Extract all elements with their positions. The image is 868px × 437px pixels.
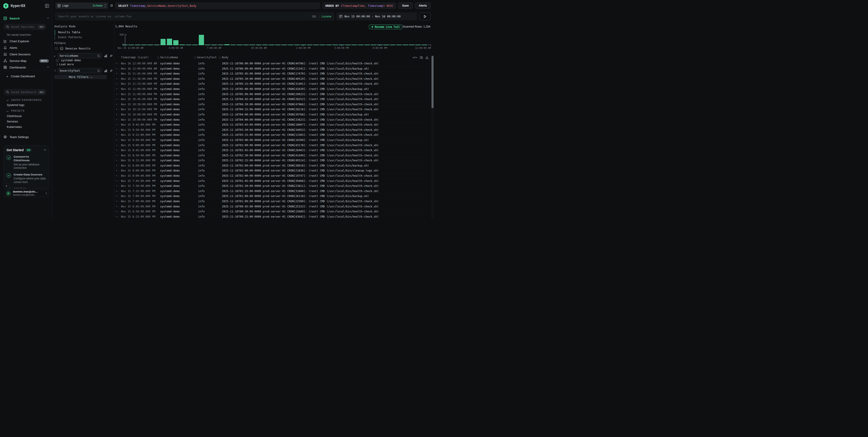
row-expand-icon[interactable]: > <box>116 168 117 173</box>
search-input[interactable]: Search your events w/ Lucene ex. column:… <box>55 12 334 20</box>
table-row[interactable]: > Nov 15 11:15:00.000 PM systemd-demo in… <box>114 81 431 87</box>
alerts-button[interactable]: Alerts <box>415 2 431 9</box>
histogram-bar[interactable] <box>199 35 204 45</box>
facet-chart-icon[interactable] <box>104 69 107 72</box>
table-row[interactable]: > Nov 15 8:15:00.000 PM systemd-demo inf… <box>114 158 431 163</box>
schema-toggle[interactable]: Schema <box>93 4 102 7</box>
table-row[interactable]: > Nov 15 9:15:00.000 PM systemd-demo inf… <box>114 132 431 138</box>
row-expand-icon[interactable]: > <box>116 102 117 107</box>
table-row[interactable]: > Nov 15 7:00:00.000 PM systemd-demo inf… <box>114 194 431 199</box>
row-expand-icon[interactable]: > <box>116 148 117 153</box>
order-by-input[interactable]: ORDER BY (TimestampTime, Timestamp ) DES… <box>322 2 396 9</box>
table-row[interactable]: > Nov 15 10:15:00.000 PM systemd-demo in… <box>114 107 431 112</box>
histogram-bar[interactable] <box>288 45 293 45</box>
row-expand-icon[interactable]: > <box>116 183 117 189</box>
row-expand-icon[interactable]: > <box>116 61 117 66</box>
row-expand-icon[interactable]: > <box>116 163 117 168</box>
histogram-bar[interactable] <box>282 45 287 45</box>
row-expand-icon[interactable]: > <box>116 153 117 158</box>
date-range-picker[interactable]: Nov 15 00:00:00 - Nov 16 00:00:00 <box>337 12 417 20</box>
histogram-bar[interactable] <box>397 45 402 45</box>
row-expand-icon[interactable]: > <box>116 128 117 133</box>
histogram-bar[interactable] <box>180 44 185 45</box>
dashboard-item-systemd-logs[interactable]: Systemd logs <box>7 103 24 107</box>
histogram-bar[interactable] <box>320 45 325 45</box>
sidebar-collapse-icon[interactable] <box>45 4 49 8</box>
histogram-bar[interactable] <box>294 45 300 45</box>
histogram-bar[interactable] <box>148 45 153 45</box>
row-expand-icon[interactable]: > <box>116 143 117 148</box>
denoise-results-row[interactable]: Denoise Results <box>55 47 90 50</box>
row-expand-icon[interactable]: > <box>116 107 117 112</box>
histogram-bar[interactable] <box>383 45 389 45</box>
table-row[interactable]: > Nov 15 6:15:00.000 PM systemd-demo inf… <box>114 214 431 218</box>
histogram-bar[interactable] <box>243 45 249 45</box>
sidebar-item-dashboards[interactable]: Dashboards <box>0 64 52 70</box>
histogram-bar[interactable] <box>167 39 172 45</box>
column-header-body[interactable]: Body <box>222 56 228 59</box>
histogram-bar[interactable] <box>307 45 312 45</box>
histogram-bar[interactable] <box>218 45 223 45</box>
get-started-step[interactable]: Create Data Sources Configure where your… <box>6 173 46 184</box>
histogram-bar[interactable] <box>313 45 319 45</box>
histogram-bar[interactable] <box>129 45 134 45</box>
create-dashboard-button[interactable]: + Create Dashboard <box>0 73 52 79</box>
preset-item-services[interactable]: Services <box>7 120 18 123</box>
saved-dashboards-input[interactable]: Saved Dashboards ⌘K <box>3 89 46 95</box>
histogram-bar[interactable] <box>358 45 364 45</box>
table-row[interactable]: > Nov 15 11:00:00.000 PM systemd-demo in… <box>114 92 431 97</box>
histogram-bar[interactable] <box>256 45 261 45</box>
histogram-bar[interactable] <box>237 45 242 45</box>
histogram-bar[interactable] <box>192 45 198 45</box>
table-row[interactable]: > Nov 16 12:00:00.000 AM systemd-demo in… <box>114 66 431 71</box>
histogram-bar[interactable] <box>186 45 191 45</box>
saved-searches-input[interactable]: Saved Searches ⌘K <box>3 24 46 30</box>
histogram-bar[interactable] <box>352 45 357 45</box>
table-row[interactable]: > Nov 15 10:00:00.000 PM systemd-demo in… <box>114 112 431 117</box>
histogram-bar[interactable] <box>250 45 255 45</box>
row-expand-icon[interactable]: > <box>116 209 117 214</box>
row-expand-icon[interactable]: > <box>116 138 117 143</box>
table-row[interactable]: > Nov 15 11:00:00.000 PM systemd-demo in… <box>114 87 431 92</box>
histogram-bar[interactable] <box>371 45 376 45</box>
more-filters-button[interactable]: More filters <box>54 75 107 79</box>
histogram-bar[interactable] <box>345 45 350 45</box>
row-expand-icon[interactable]: > <box>116 66 117 71</box>
select-clause-input[interactable]: SELECT Timestamp ,ServiceName,SeverityTe… <box>115 2 320 9</box>
table-row[interactable]: > Nov 15 8:30:00.000 PM systemd-demo inf… <box>114 153 431 158</box>
table-row[interactable]: > Nov 15 8:00:00.000 PM systemd-demo inf… <box>114 163 431 168</box>
histogram-bar[interactable] <box>141 45 147 45</box>
histogram-bar[interactable] <box>327 45 332 45</box>
row-expand-icon[interactable]: > <box>116 76 117 81</box>
column-header-timestamp[interactable]: Timestamp (Local) <box>121 56 149 59</box>
row-expand-icon[interactable]: > <box>116 132 117 138</box>
histogram-bar[interactable] <box>377 45 382 45</box>
download-icon[interactable] <box>425 56 429 59</box>
sidebar-item-team-settings[interactable]: Team Settings <box>0 134 52 140</box>
preset-item-kubernetes[interactable]: Kubernetes <box>7 125 22 129</box>
row-expand-icon[interactable]: > <box>116 158 117 163</box>
row-expand-icon[interactable]: > <box>116 189 117 194</box>
table-row[interactable]: > Nov 15 7:00:00.000 PM systemd-demo inf… <box>114 199 431 204</box>
table-row[interactable]: > Nov 15 7:45:00.000 PM systemd-demo inf… <box>114 178 431 184</box>
code-view-icon[interactable]: </> <box>412 56 417 59</box>
table-row[interactable]: > Nov 15 10:30:00.000 PM systemd-demo in… <box>114 102 431 107</box>
histogram-bar[interactable] <box>161 39 166 45</box>
row-expand-icon[interactable]: > <box>116 122 117 128</box>
table-row[interactable]: > Nov 15 7:30:00.000 PM systemd-demo inf… <box>114 183 431 189</box>
pin-icon[interactable] <box>110 69 113 72</box>
row-expand-icon[interactable]: > <box>116 178 117 184</box>
scrollbar-thumb[interactable] <box>432 56 434 108</box>
table-row[interactable]: > Nov 15 9:00:00.000 PM systemd-demo inf… <box>114 138 431 143</box>
get-started-step[interactable]: Connect to ClickHouse Set up your databa… <box>6 155 46 170</box>
histogram-bar[interactable] <box>173 40 179 45</box>
row-expand-icon[interactable]: > <box>116 92 117 97</box>
table-row[interactable]: > Nov 15 10:00:00.000 PM systemd-demo in… <box>114 117 431 123</box>
histogram-bar[interactable] <box>339 45 344 45</box>
histogram-bar[interactable] <box>231 45 236 45</box>
sidebar-item-client-sessions[interactable]: Client Sessions <box>0 51 52 57</box>
chevron-right-icon[interactable] <box>54 70 56 72</box>
row-expand-icon[interactable]: > <box>116 173 117 178</box>
histogram-bar[interactable] <box>262 45 268 45</box>
table-row[interactable]: > Nov 15 10:45:00.000 PM systemd-demo in… <box>114 97 431 102</box>
